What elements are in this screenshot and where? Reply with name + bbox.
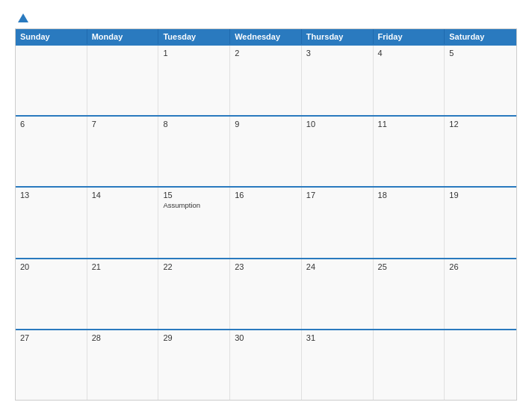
calendar-cell: 9	[230, 117, 302, 186]
calendar-cell: 27	[16, 330, 87, 400]
logo-blue-text	[15, 13, 28, 22]
day-number: 9	[235, 120, 297, 129]
calendar-week-2: 6789101112	[16, 115, 516, 186]
calendar-cell: 14	[87, 188, 159, 257]
calendar-cell: 17	[302, 188, 374, 257]
weekday-header-sunday: Sunday	[16, 29, 87, 44]
day-number: 29	[163, 333, 225, 342]
calendar-cell: 3	[302, 46, 374, 115]
calendar-cell: 21	[87, 259, 159, 329]
day-number: 14	[92, 191, 154, 200]
day-number: 3	[306, 49, 368, 58]
day-number: 19	[449, 191, 512, 200]
day-number: 30	[235, 333, 297, 342]
day-number: 18	[378, 191, 440, 200]
day-number: 6	[20, 120, 82, 129]
day-number: 2	[235, 49, 297, 58]
weekday-header-thursday: Thursday	[302, 29, 374, 44]
day-number: 26	[449, 262, 512, 271]
calendar-cell	[87, 46, 159, 115]
calendar-week-5: 2728293031	[16, 329, 516, 400]
day-number: 17	[306, 191, 368, 200]
calendar-cell: 31	[302, 330, 374, 400]
page: SundayMondayTuesdayWednesdayThursdayFrid…	[0, 0, 532, 411]
calendar-cell: 11	[374, 117, 445, 186]
calendar-cell: 20	[16, 259, 87, 329]
calendar-cell: 4	[374, 46, 445, 115]
calendar-week-1: 12345	[16, 44, 516, 115]
calendar-cell: 13	[16, 188, 87, 257]
header	[15, 13, 517, 22]
calendar-week-4: 20212223242526	[16, 258, 516, 329]
day-number: 15	[163, 191, 225, 200]
day-number: 16	[235, 191, 297, 200]
calendar-cell	[16, 46, 87, 115]
day-number: 5	[449, 49, 512, 58]
day-number: 24	[306, 262, 368, 271]
calendar-cell: 2	[230, 46, 302, 115]
day-number: 22	[163, 262, 225, 271]
weekday-header-wednesday: Wednesday	[230, 29, 302, 44]
day-number: 20	[20, 262, 82, 271]
calendar-cell: 5	[445, 46, 516, 115]
calendar-cell: 15Assumption	[158, 188, 230, 257]
day-number: 28	[92, 333, 154, 342]
day-number: 1	[163, 49, 225, 58]
weekday-header-saturday: Saturday	[445, 29, 516, 44]
calendar-cell: 29	[158, 330, 230, 400]
calendar-cell	[374, 330, 445, 400]
calendar-cell: 12	[445, 117, 516, 186]
day-event: Assumption	[163, 201, 225, 209]
day-number: 8	[163, 120, 225, 129]
calendar-cell: 22	[158, 259, 230, 329]
calendar-cell: 28	[87, 330, 159, 400]
calendar-cell: 6	[16, 117, 87, 186]
day-number: 23	[235, 262, 297, 271]
day-number: 10	[306, 120, 368, 129]
calendar-cell: 7	[87, 117, 159, 186]
day-number: 27	[20, 333, 82, 342]
day-number: 21	[92, 262, 154, 271]
calendar-cell: 26	[445, 259, 516, 329]
weekday-header-monday: Monday	[87, 29, 159, 44]
day-number: 25	[378, 262, 440, 271]
calendar-header: SundayMondayTuesdayWednesdayThursdayFrid…	[16, 29, 516, 44]
day-number: 4	[378, 49, 440, 58]
calendar-cell: 25	[374, 259, 445, 329]
calendar-cell: 18	[374, 188, 445, 257]
calendar-cell: 24	[302, 259, 374, 329]
calendar: SundayMondayTuesdayWednesdayThursdayFrid…	[15, 28, 517, 401]
day-number: 11	[378, 120, 440, 129]
day-number: 12	[449, 120, 512, 129]
calendar-cell: 8	[158, 117, 230, 186]
calendar-week-3: 131415Assumption16171819	[16, 186, 516, 257]
calendar-cell: 19	[445, 188, 516, 257]
logo	[15, 13, 28, 22]
calendar-cell: 10	[302, 117, 374, 186]
calendar-cell: 30	[230, 330, 302, 400]
calendar-cell: 16	[230, 188, 302, 257]
day-number: 31	[306, 333, 368, 342]
logo-triangle-icon	[18, 13, 28, 22]
calendar-cell: 1	[158, 46, 230, 115]
calendar-cell	[445, 330, 516, 400]
weekday-header-friday: Friday	[374, 29, 445, 44]
day-number: 7	[92, 120, 154, 129]
day-number: 13	[20, 191, 82, 200]
calendar-body: 123456789101112131415Assumption161718192…	[16, 44, 516, 400]
weekday-header-tuesday: Tuesday	[158, 29, 230, 44]
calendar-cell: 23	[230, 259, 302, 329]
